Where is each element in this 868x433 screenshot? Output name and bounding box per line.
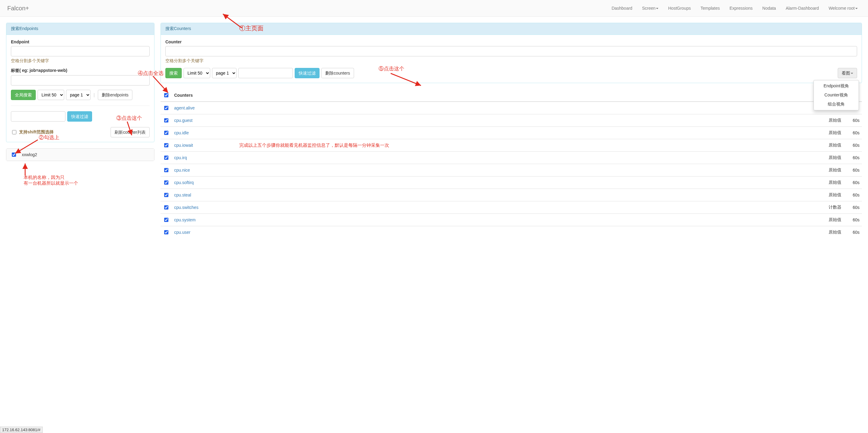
- separator: |: [92, 92, 96, 97]
- shift-range-label: 支持shift范围选择: [19, 129, 54, 135]
- global-search-button[interactable]: 全局搜索: [11, 90, 36, 100]
- counter-type: 计数器: [591, 201, 844, 214]
- endpoint-page-select[interactable]: page 1: [66, 90, 91, 100]
- nav-templates[interactable]: Templates: [696, 0, 725, 16]
- row-checkbox[interactable]: [164, 168, 168, 172]
- nav-screen[interactable]: Screen: [637, 0, 663, 16]
- counter-step: 60s: [844, 214, 862, 226]
- counter-limit-select[interactable]: Limit 50: [184, 68, 210, 78]
- counter-step: 60s: [844, 152, 862, 164]
- row-checkbox[interactable]: [164, 230, 168, 234]
- nav-dashboard[interactable]: Dashboard: [607, 0, 637, 16]
- row-checkbox[interactable]: [164, 180, 168, 185]
- counter-step: 60s: [844, 139, 862, 152]
- counter-link[interactable]: cpu.switches: [174, 205, 198, 210]
- shift-range-checkbox[interactable]: [12, 130, 17, 134]
- counter-link[interactable]: cpu.softirq: [174, 180, 194, 185]
- counter-fast-filter-button[interactable]: 快速过滤: [295, 68, 319, 78]
- counter-link[interactable]: cpu.idle: [174, 131, 189, 135]
- counters-header: Counters: [172, 89, 591, 102]
- endpoint-checkbox[interactable]: [12, 152, 16, 157]
- counters-panel-title: 搜索Counters: [161, 23, 862, 35]
- counter-type: 原始值: [591, 164, 844, 176]
- row-checkbox[interactable]: [164, 131, 168, 135]
- nav-alarm[interactable]: Alarm-Dashboard: [781, 0, 824, 16]
- table-row: cpu.iowait原始值60s: [160, 139, 862, 152]
- counter-input[interactable]: [165, 46, 857, 56]
- view-chart-label: 看图: [842, 71, 850, 76]
- table-row: cpu.steal原始值60s: [160, 189, 862, 201]
- counter-link[interactable]: agent.alive: [174, 106, 195, 110]
- row-checkbox[interactable]: [164, 118, 168, 122]
- caret-down-icon: [851, 73, 853, 74]
- table-row: cpu.guest原始值60s: [160, 114, 862, 127]
- nav-welcome[interactable]: Welcome root: [824, 0, 863, 16]
- view-counter-option[interactable]: Counter视角: [814, 91, 859, 100]
- counter-step: 60s: [844, 114, 862, 127]
- select-all-checkbox[interactable]: [164, 93, 168, 97]
- refresh-counter-button[interactable]: 刷新counter列表: [111, 127, 150, 137]
- counter-link[interactable]: cpu.iowait: [174, 143, 193, 148]
- counter-step: 60s: [844, 176, 862, 189]
- counter-link[interactable]: cpu.irq: [174, 155, 187, 160]
- counter-filter-input[interactable]: [238, 68, 293, 78]
- counter-type: 原始值: [591, 114, 844, 127]
- counter-link[interactable]: cpu.system: [174, 218, 196, 222]
- endpoint-input[interactable]: [11, 46, 150, 56]
- view-endpoint-option[interactable]: Endpoint视角: [814, 82, 859, 91]
- counter-step: 60s: [844, 164, 862, 176]
- nav-expressions[interactable]: Expressions: [725, 0, 757, 16]
- view-chart-button[interactable]: 看图: [838, 68, 857, 78]
- endpoint-list: xxwlog2: [6, 148, 154, 161]
- view-combo-option[interactable]: 组合视角: [814, 100, 859, 109]
- counters-panel: 搜索Counters Counter 空格分割多个关键字 搜索 Limit 50…: [160, 23, 862, 83]
- counter-help: 空格分割多个关键字: [165, 58, 857, 64]
- table-row: cpu.system原始值60s: [160, 214, 862, 226]
- table-row: cpu.irq原始值60s: [160, 152, 862, 164]
- divider: [11, 106, 150, 106]
- counter-step: 60s: [844, 201, 862, 214]
- counter-type: 原始值: [591, 226, 844, 239]
- table-row: cpu.user原始值60s: [160, 226, 862, 239]
- counter-type: 原始值: [591, 214, 844, 226]
- table-row: cpu.idle原始值60s: [160, 127, 862, 139]
- delete-endpoints-button[interactable]: 删除endpoints: [98, 90, 133, 100]
- row-checkbox[interactable]: [164, 193, 168, 197]
- brand: Falcon+: [5, 5, 31, 12]
- endpoint-fast-filter-button[interactable]: 快速过滤: [67, 111, 92, 122]
- tag-input[interactable]: [11, 75, 150, 86]
- endpoint-label: Endpoint: [11, 39, 150, 44]
- endpoint-help: 空格分割多个关键字: [11, 58, 150, 64]
- row-checkbox[interactable]: [164, 205, 168, 209]
- nav-nodata[interactable]: Nodata: [757, 0, 781, 16]
- endpoint-item[interactable]: xxwlog2: [6, 149, 154, 161]
- counter-link[interactable]: cpu.guest: [174, 118, 193, 123]
- nav-welcome-label: Welcome root: [829, 6, 855, 10]
- delete-counters-button[interactable]: 删除counters: [321, 68, 354, 78]
- row-checkbox[interactable]: [164, 143, 168, 147]
- endpoint-limit-select[interactable]: Limit 50: [37, 90, 64, 100]
- counters-table: Counters agent.alivecpu.guest原始值60scpu.i…: [160, 89, 862, 238]
- table-row: cpu.switches计数器60s: [160, 201, 862, 214]
- table-row: cpu.softirq原始值60s: [160, 176, 862, 189]
- table-row: cpu.nice原始值60s: [160, 164, 862, 176]
- view-dropdown-menu: Endpoint视角 Counter视角 组合视角: [813, 80, 859, 110]
- endpoint-name: xxwlog2: [22, 152, 37, 157]
- row-checkbox[interactable]: [164, 218, 168, 222]
- nav-hostgroups[interactable]: HostGroups: [663, 0, 696, 16]
- counter-page-select[interactable]: page 1: [212, 68, 237, 78]
- counter-link[interactable]: cpu.steal: [174, 193, 191, 197]
- counter-type: 原始值: [591, 152, 844, 164]
- caret-down-icon: [855, 8, 858, 9]
- top-navbar: Falcon+ Dashboard Screen HostGroups Temp…: [0, 0, 868, 17]
- row-checkbox[interactable]: [164, 155, 168, 160]
- nav-screen-label: Screen: [642, 6, 655, 10]
- caret-down-icon: [656, 8, 658, 9]
- counter-type: [591, 102, 844, 114]
- counter-type: 原始值: [591, 127, 844, 139]
- endpoint-filter-input[interactable]: [11, 111, 65, 122]
- row-checkbox[interactable]: [164, 106, 168, 110]
- counter-link[interactable]: cpu.user: [174, 230, 190, 235]
- counter-search-button[interactable]: 搜索: [165, 68, 182, 78]
- counter-link[interactable]: cpu.nice: [174, 168, 190, 173]
